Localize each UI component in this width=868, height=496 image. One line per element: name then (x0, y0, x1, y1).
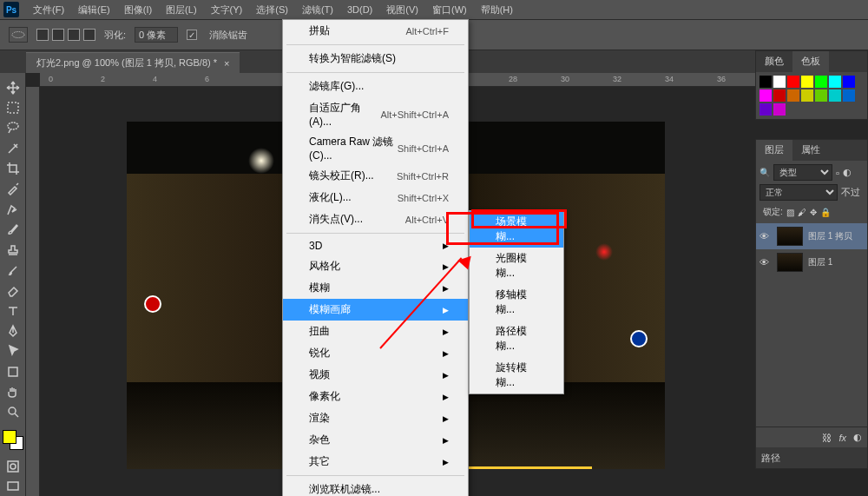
submenu-item[interactable]: 场景模糊... (470, 211, 563, 248)
filter-adj-icon[interactable]: ◐ (843, 167, 852, 178)
search-icon[interactable]: 🔍 (760, 168, 770, 177)
menu-item[interactable]: 3D▶ (283, 236, 468, 255)
menu-item[interactable]: 液化(L)...Shift+Ctrl+X (283, 187, 468, 208)
color-swatch[interactable] (801, 76, 813, 88)
selection-subtract-icon[interactable] (68, 29, 80, 41)
color-swatches[interactable] (3, 430, 23, 450)
submenu-item[interactable]: 旋转模糊... (470, 357, 563, 393)
layer-thumbnail[interactable] (777, 227, 803, 246)
antialias-checkbox[interactable] (187, 30, 197, 40)
brush-tool-icon[interactable] (3, 221, 23, 239)
crop-tool-icon[interactable] (3, 159, 23, 177)
lock-paint-icon[interactable]: 🖌 (798, 208, 806, 217)
link-layers-icon[interactable]: ⛓ (822, 433, 832, 443)
lock-all-icon[interactable]: 🔒 (820, 208, 831, 217)
menu-image[interactable]: 图像(I) (117, 1, 159, 19)
color-swatch[interactable] (815, 76, 827, 88)
pen-tool-icon[interactable] (3, 321, 23, 340)
menu-type[interactable]: 文字(Y) (204, 1, 250, 19)
color-swatch[interactable] (829, 89, 841, 102)
properties-tab[interactable]: 属性 (792, 140, 829, 161)
mask-icon[interactable]: ◐ (853, 432, 862, 443)
lock-trans-icon[interactable]: ▨ (786, 208, 794, 217)
menu-help[interactable]: 帮助(H) (474, 1, 520, 19)
menu-item[interactable]: Camera Raw 滤镜(C)...Shift+Ctrl+A (283, 131, 468, 165)
blend-mode-select[interactable]: 正常 (760, 184, 838, 201)
submenu-item[interactable]: 光圈模糊... (470, 248, 563, 284)
document-tab[interactable]: 灯光2.png @ 100% (图层 1 拷贝, RGB/8) * × (26, 52, 240, 73)
visibility-icon[interactable]: 👁 (760, 231, 772, 241)
screenmode-icon[interactable] (3, 478, 23, 496)
color-swatch[interactable] (773, 76, 786, 88)
move-tool-icon[interactable] (3, 78, 23, 96)
layers-tab[interactable]: 图层 (756, 140, 792, 161)
selection-add-icon[interactable] (52, 29, 64, 41)
zoom-tool-icon[interactable] (3, 403, 23, 421)
eraser-tool-icon[interactable] (3, 281, 23, 300)
menu-item[interactable]: 扭曲▶ (283, 321, 468, 342)
color-swatch[interactable] (801, 89, 813, 102)
fg-color-swatch[interactable] (3, 430, 16, 444)
history-brush-icon[interactable] (3, 261, 23, 279)
menu-item[interactable]: 视频▶ (283, 364, 468, 386)
menu-file[interactable]: 文件(F) (26, 1, 71, 19)
lock-pos-icon[interactable]: ✥ (810, 208, 817, 217)
stamp-tool-icon[interactable] (3, 241, 23, 259)
color-swatch[interactable] (815, 89, 827, 102)
menu-filter[interactable]: 滤镜(T) (295, 1, 340, 19)
layer-thumbnail[interactable] (777, 253, 803, 272)
hand-tool-icon[interactable] (3, 382, 23, 400)
menu-item[interactable]: 风格化▶ (283, 255, 468, 277)
layer-row[interactable]: 👁 图层 1 拷贝 (756, 223, 867, 249)
color-swatch[interactable] (787, 89, 799, 102)
menu-item[interactable]: 自适应广角(A)...Alt+Shift+Ctrl+A (283, 97, 468, 131)
color-swatch[interactable] (787, 76, 799, 88)
selection-new-icon[interactable] (36, 29, 49, 41)
menu-item[interactable]: 拼贴Alt+Ctrl+F (283, 20, 468, 42)
eyedropper-tool-icon[interactable] (3, 180, 23, 198)
menu-item[interactable]: 杂色▶ (283, 429, 468, 451)
menu-item[interactable]: 浏览联机滤镜... (283, 479, 468, 496)
menu-view[interactable]: 视图(V) (379, 1, 425, 19)
type-tool-icon[interactable] (3, 301, 23, 320)
shape-tool-icon[interactable] (3, 362, 23, 380)
marquee-tool-icon[interactable] (3, 98, 23, 116)
swatches-tab[interactable]: 色板 (792, 51, 829, 72)
menu-item[interactable]: 其它▶ (283, 451, 468, 473)
menu-layer[interactable]: 图层(L) (159, 1, 203, 19)
menu-item[interactable]: 像素化▶ (283, 386, 468, 407)
vertical-ruler[interactable] (26, 87, 40, 496)
menu-item[interactable]: 转换为智能滤镜(S) (283, 48, 468, 69)
menu-select[interactable]: 选择(S) (249, 1, 295, 19)
fx-icon[interactable]: fx (838, 433, 846, 443)
color-swatch[interactable] (843, 89, 855, 102)
feather-input[interactable] (135, 27, 178, 43)
selection-intersect-icon[interactable] (83, 29, 95, 41)
menu-item[interactable]: 消失点(V)...Alt+Ctrl+V (283, 208, 468, 230)
menu-item[interactable]: 锐化▶ (283, 342, 468, 364)
color-swatch[interactable] (829, 76, 841, 88)
wand-tool-icon[interactable] (3, 139, 23, 157)
tab-close-icon[interactable]: × (224, 58, 229, 69)
layer-row[interactable]: 👁 图层 1 (756, 249, 867, 275)
visibility-icon[interactable]: 👁 (760, 257, 772, 268)
layer-filter-select[interactable]: 类型 (773, 164, 832, 181)
menu-item[interactable]: 模糊▶ (283, 277, 468, 299)
path-select-icon[interactable] (3, 342, 23, 360)
color-swatch[interactable] (760, 76, 772, 88)
menu-item[interactable]: 渲染▶ (283, 407, 468, 429)
color-swatch[interactable] (773, 103, 786, 116)
menu-item[interactable]: 滤镜库(G)... (283, 76, 468, 97)
tool-preset-icon[interactable] (9, 27, 28, 43)
color-tab[interactable]: 颜色 (756, 51, 792, 72)
color-swatch[interactable] (843, 76, 855, 88)
submenu-item[interactable]: 移轴模糊... (470, 284, 563, 321)
menu-3d[interactable]: 3D(D) (340, 2, 379, 17)
menu-edit[interactable]: 编辑(E) (71, 1, 117, 19)
quickmask-icon[interactable] (3, 457, 23, 475)
color-swatch[interactable] (760, 89, 772, 102)
heal-tool-icon[interactable] (3, 200, 23, 218)
menu-item[interactable]: 镜头校正(R)...Shift+Ctrl+R (283, 165, 468, 187)
color-swatch[interactable] (773, 89, 786, 102)
lasso-tool-icon[interactable] (3, 119, 23, 137)
